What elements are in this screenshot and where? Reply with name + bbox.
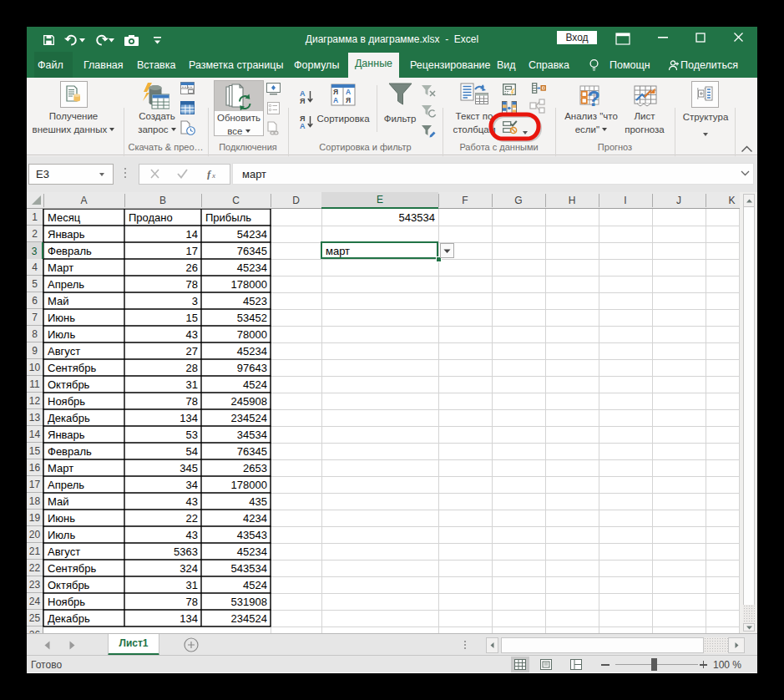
svg-text:Я: Я — [300, 97, 305, 104]
svg-text:?: ? — [588, 87, 600, 109]
svg-text:А: А — [346, 88, 351, 96]
svg-text:А: А — [300, 122, 306, 129]
svg-text:А: А — [333, 96, 338, 104]
svg-text:x: x — [211, 171, 215, 180]
svg-text:Я: Я — [333, 88, 338, 96]
svg-text:Я: Я — [346, 96, 351, 104]
